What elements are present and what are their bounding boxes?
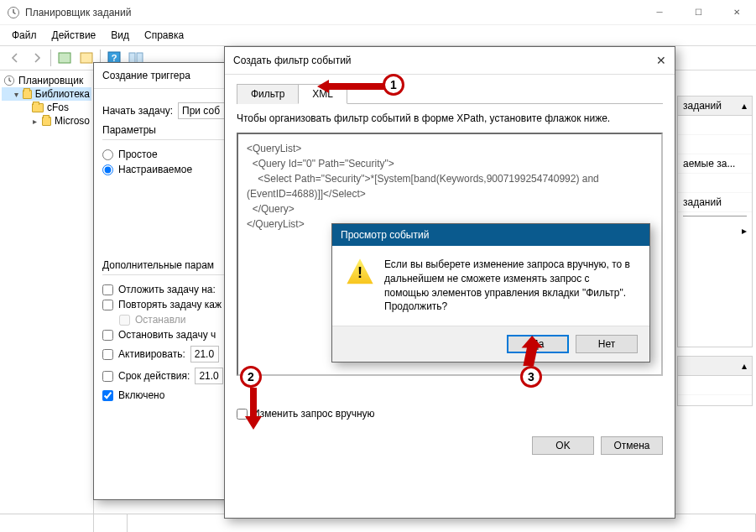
chevron-right-icon[interactable]: ▸ [678, 220, 752, 242]
confirm-dialog-title-text: Просмотр событий [341, 229, 429, 241]
clock-icon [7, 6, 20, 19]
action-item[interactable]: аемые за... [678, 154, 752, 174]
annotation-marker-3: 3 [520, 366, 542, 388]
folder-icon [23, 90, 32, 99]
action-item[interactable] [678, 116, 752, 135]
tree-item-label: cFos [47, 102, 69, 113]
start-task-label: Начать задачу: [102, 105, 173, 117]
radio-custom[interactable]: Настраиваемое [102, 164, 227, 175]
annotation-marker-1: 1 [383, 74, 404, 96]
filter-ok-button[interactable]: OK [532, 436, 594, 455]
actions-header-label: заданий [683, 100, 722, 112]
annotation-arrow-2 [243, 388, 263, 430]
chk-expire[interactable]: Срок действия: [102, 370, 190, 382]
actions-panel-2: ▴ [677, 356, 753, 406]
start-task-combo[interactable] [178, 102, 225, 119]
chk-repeat-label: Повторять задачу каж [118, 299, 222, 310]
main-titlebar: Планировщик заданий ─ ☐ ✕ [0, 0, 756, 25]
tree-root-label: Планировщик [18, 75, 83, 86]
svg-rect-2 [81, 53, 92, 63]
chk-expire-label: Срок действия: [118, 370, 190, 382]
action-item[interactable]: заданий [678, 193, 752, 212]
svg-rect-1 [59, 53, 70, 63]
annotation-arrow-1 [317, 78, 384, 95]
trigger-dialog-title-text: Создание триггера [102, 70, 190, 81]
extra-group-title: Дополнительные парам [102, 259, 227, 271]
filter-cancel-button[interactable]: Отмена [601, 436, 663, 455]
main-title: Планировщик заданий [25, 7, 640, 18]
chk-enabled-label: Включено [118, 389, 164, 401]
chk-stopafter-sub: Останавли [119, 314, 227, 326]
annotation-marker-2: 2 [240, 366, 262, 388]
chk-manual-edit[interactable]: Изменить запрос вручную [237, 408, 663, 420]
radio-simple[interactable]: Простое [102, 149, 227, 160]
chevron-up-icon[interactable]: ▴ [742, 360, 747, 372]
back-button[interactable] [5, 49, 25, 67]
filter-dialog-title: Создать фильтр событий ✕ [225, 47, 675, 75]
filter-tabs: Фильтр XML [237, 83, 663, 104]
expire-date[interactable] [195, 368, 223, 384]
menu-help[interactable]: Справка [138, 27, 190, 44]
chk-delay[interactable]: Отложить задачу на: [102, 284, 227, 295]
menubar: Файл Действие Вид Справка [0, 25, 756, 45]
actions-header: заданий▴ [678, 96, 752, 116]
warning-icon [346, 258, 374, 286]
chk-stop[interactable]: Остановить задачу ч [102, 329, 227, 341]
activate-date[interactable] [190, 346, 219, 362]
confirm-dialog: Просмотр событий Если вы выберете измене… [331, 223, 650, 362]
no-button[interactable]: Нет [576, 335, 638, 353]
tree-item-cfos[interactable]: cFos [2, 101, 91, 114]
filter-instruction: Чтобы организовать фильтр событий в форм… [237, 112, 663, 124]
action-item[interactable] [678, 376, 752, 395]
menu-view[interactable]: Вид [104, 27, 136, 44]
chk-activate[interactable]: Активировать: [102, 348, 185, 360]
folder-icon [42, 117, 51, 126]
actions-header-2: ▴ [678, 357, 752, 376]
params-group-title: Параметры [102, 124, 227, 136]
chk-stop-label: Остановить задачу ч [118, 329, 216, 341]
confirm-text: Если вы выберете изменение запроса вручн… [384, 258, 636, 314]
filter-dialog-title-text: Создать фильтр событий [233, 55, 352, 66]
svg-marker-8 [317, 80, 384, 93]
radio-custom-label: Настраиваемое [118, 164, 192, 175]
close-button[interactable]: ✕ [717, 0, 756, 25]
confirm-dialog-title: Просмотр событий [332, 224, 649, 246]
chk-repeat[interactable]: Повторять задачу каж [102, 299, 227, 310]
tree-root[interactable]: Планировщик [2, 74, 91, 87]
chevron-up-icon[interactable]: ▴ [742, 100, 747, 112]
tab-filter[interactable]: Фильтр [237, 84, 299, 104]
folder-icon [32, 103, 44, 112]
tree-library-label: Библиотека [35, 88, 90, 100]
action-item[interactable] [678, 174, 752, 193]
menu-file[interactable]: Файл [5, 27, 44, 44]
trigger-dialog-title: Создание триггера [94, 63, 235, 89]
svg-marker-10 [522, 336, 543, 366]
tree-item-label: Microso [55, 115, 90, 127]
create-trigger-dialog: Создание триггера Начать задачу: Парамет… [93, 62, 236, 500]
annotation-arrow-3 [519, 336, 544, 369]
expand-icon[interactable]: ▾ [13, 90, 19, 99]
chk-manual-edit-label: Изменить запрос вручную [253, 408, 375, 420]
maximize-button[interactable]: ☐ [679, 0, 717, 25]
forward-button[interactable] [27, 49, 47, 67]
tree-library[interactable]: ▾ Библиотека [2, 87, 91, 101]
svg-marker-9 [245, 388, 262, 430]
action-item[interactable] [678, 135, 752, 154]
minimize-button[interactable]: ─ [640, 0, 679, 25]
menu-action[interactable]: Действие [45, 27, 103, 44]
radio-simple-label: Простое [118, 149, 158, 160]
chk-activate-label: Активировать: [118, 348, 185, 360]
clock-icon [3, 75, 15, 86]
actions-panel: заданий▴ аемые за... заданий ▸ [677, 96, 753, 347]
tree-item-microsoft[interactable]: ▸ Microso [2, 114, 91, 128]
close-icon[interactable]: ✕ [656, 54, 666, 67]
expand-icon[interactable]: ▸ [32, 117, 39, 126]
chk-stopafter-sub-label: Останавли [135, 314, 185, 326]
chk-delay-label: Отложить задачу на: [118, 284, 216, 295]
toolbar-btn-a[interactable] [55, 49, 75, 67]
tree-panel: Планировщик ▾ Библиотека cFos ▸ Microso [0, 70, 94, 532]
chk-enabled[interactable]: Включено [102, 389, 227, 401]
